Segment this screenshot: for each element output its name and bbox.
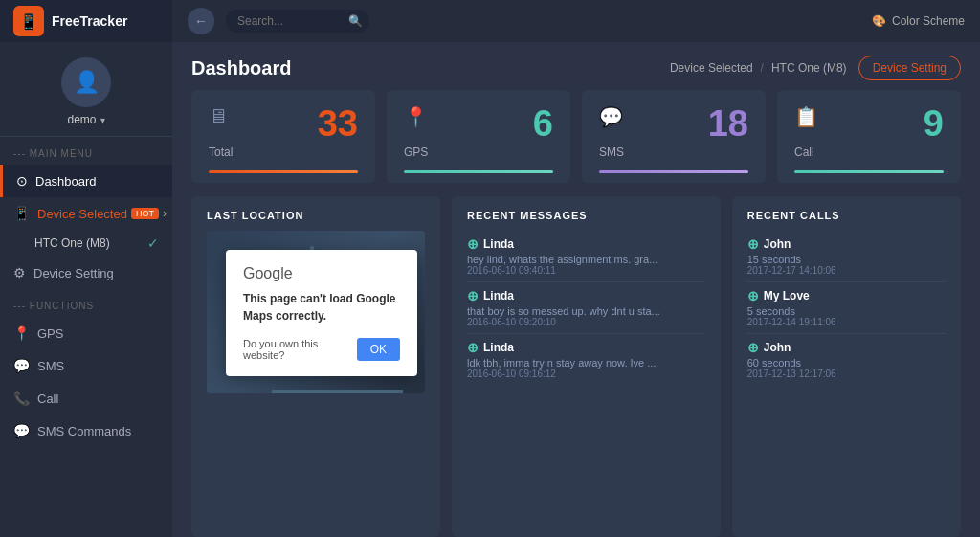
sidebar-item-gps[interactable]: 📍 GPS: [0, 317, 172, 349]
palette-icon: 🎨: [872, 14, 886, 28]
total-label: Total: [209, 145, 358, 159]
msg-text: hey lind, whats the assignment ms. gra..…: [467, 254, 705, 265]
sms-bar: [599, 170, 748, 173]
sidebar-item-sms-commands[interactable]: 💬 SMS Commands: [0, 414, 172, 447]
stat-card-sms: 💬 18 SMS: [582, 90, 766, 183]
call-value: 9: [924, 105, 944, 142]
msg-text: that boy is so messed up. why dnt u sta.…: [467, 305, 705, 317]
color-scheme-button[interactable]: 🎨 Color Scheme: [872, 14, 965, 28]
list-item: ⊕ John 15 seconds 2017-12-17 14:10:06: [747, 231, 946, 282]
logo-area: 📱 FreeTracker: [0, 0, 172, 42]
sidebar: 📱 FreeTracker 👤 demo ▾ --- MAIN MENU ⊙ D…: [0, 0, 172, 537]
msg-time: 2016-06-10 09:20:10: [467, 317, 705, 327]
sidebar-item-label: SMS Commands: [37, 424, 131, 438]
sms-label: SMS: [599, 145, 748, 159]
list-item: ⊕ Linda that boy is so messed up. why dn…: [467, 282, 705, 334]
dropdown-arrow-icon: ▾: [100, 115, 105, 125]
sidebar-item-dashboard[interactable]: ⊙ Dashboard: [0, 165, 172, 197]
breadcrumb: Device Selected / HTC One (M8): [670, 61, 847, 75]
sidebar-item-label: GPS: [37, 326, 63, 341]
plus-icon: ⊕: [747, 236, 759, 252]
page-title: Dashboard: [191, 57, 291, 79]
user-name: demo ▾: [67, 113, 104, 126]
last-location-panel: LAST LOCATION Google This page can't loa…: [191, 196, 440, 537]
gps-icon: 📍: [13, 325, 30, 341]
avatar: 👤: [61, 57, 111, 107]
msg-time: 2016-06-10 09:40:11: [467, 265, 705, 276]
device-icon: 📱: [13, 206, 30, 221]
device-setting-button[interactable]: Device Setting: [858, 56, 961, 80]
nav-left: ← 🔍: [188, 8, 369, 34]
sidebar-item-device-selected[interactable]: 📱 Device Selected HOT ›: [0, 197, 172, 230]
recent-messages-panel: RECENT MESSAGES ⊕ Linda hey lind, whats …: [452, 196, 721, 537]
msg-time: 2016-06-10 09:16:12: [467, 369, 705, 379]
chevron-right-icon: ›: [163, 207, 167, 220]
gps-bar: [404, 170, 553, 173]
hot-badge: HOT: [131, 208, 159, 219]
sidebar-item-sms[interactable]: 💬 SMS: [0, 349, 172, 382]
list-item: ⊕ My Love 5 seconds 2017-12-14 19:11:06: [747, 282, 946, 334]
list-item: ⊕ John 60 seconds 2017-12-13 12:17:06: [747, 334, 946, 385]
dashboard-icon: ⊙: [16, 173, 28, 189]
recent-calls-panel: RECENT CALLS ⊕ John 15 seconds 2017-12-1…: [732, 196, 961, 537]
breadcrumb-device-name: HTC One (M8): [771, 61, 847, 75]
maps-ok-button[interactable]: OK: [357, 338, 400, 361]
sms-cmd-icon: 💬: [13, 423, 30, 438]
back-button[interactable]: ←: [188, 8, 214, 34]
call-time: 2017-12-14 19:11:06: [747, 317, 946, 327]
call-duration: 60 seconds: [747, 357, 946, 369]
sidebar-item-device-setting[interactable]: ⚙ Device Setting: [0, 257, 172, 289]
call-time: 2017-12-17 14:10:06: [747, 265, 946, 276]
check-icon: ✓: [147, 235, 159, 251]
sidebar-item-label: Device Selected: [37, 207, 127, 221]
msg-sender: ⊕ Linda: [467, 288, 705, 303]
maps-dialog-footer: Do you own this website? OK: [243, 338, 400, 361]
sms-value: 18: [708, 105, 748, 142]
gear-icon: ⚙: [13, 265, 26, 280]
device-name-item[interactable]: HTC One (M8) ✓: [0, 230, 172, 257]
search-input[interactable]: [237, 14, 343, 28]
color-scheme-label: Color Scheme: [892, 14, 965, 28]
plus-icon: ⊕: [747, 340, 759, 355]
total-icon: 🖥: [209, 105, 228, 127]
call-stat-icon: 📋: [794, 105, 818, 128]
user-area: 👤 demo ▾: [0, 42, 172, 137]
sidebar-item-label: SMS: [37, 359, 64, 373]
call-name: ⊕ John: [747, 236, 946, 252]
panels-row: LAST LOCATION Google This page can't loa…: [172, 196, 980, 537]
gps-value: 6: [533, 105, 553, 142]
device-name-label: HTC One (M8): [34, 236, 110, 250]
search-icon: 🔍: [348, 14, 363, 28]
msg-sender: ⊕ Linda: [467, 340, 705, 355]
messages-list: ⊕ Linda hey lind, whats the assignment m…: [467, 231, 705, 385]
sidebar-item-label: Call: [37, 392, 58, 406]
topnav: ← 🔍 🎨 Color Scheme: [172, 0, 980, 42]
sms-icon: 💬: [13, 358, 30, 373]
list-item: ⊕ Linda hey lind, whats the assignment m…: [467, 231, 705, 282]
plus-icon: ⊕: [467, 236, 479, 252]
list-item: ⊕ Linda ldk tbh, imma try n stay away no…: [467, 334, 705, 385]
maps-error-message: This page can't load Google Maps correct…: [243, 290, 400, 324]
map-area: Google This page can't load Google Maps …: [207, 231, 425, 393]
last-location-title: LAST LOCATION: [207, 210, 425, 221]
total-bar: [209, 170, 358, 173]
maps-dialog-question: Do you own this website?: [243, 338, 357, 361]
call-name: ⊕ John: [747, 340, 946, 355]
call-icon: 📞: [13, 391, 30, 406]
recent-messages-title: RECENT MESSAGES: [467, 210, 705, 221]
google-maps-dialog: Google This page can't load Google Maps …: [226, 250, 417, 376]
sidebar-item-label: Dashboard: [35, 174, 97, 189]
main-content: ← 🔍 🎨 Color Scheme Dashboard Device Sele…: [172, 0, 980, 537]
stat-card-call: 📋 9 Call: [777, 90, 961, 183]
map-road-2: [272, 390, 403, 393]
total-value: 33: [318, 105, 358, 142]
sidebar-item-call[interactable]: 📞 Call: [0, 382, 172, 414]
gps-stat-icon: 📍: [404, 105, 428, 128]
call-bar: [794, 170, 944, 173]
call-name: ⊕ My Love: [747, 288, 946, 303]
plus-icon: ⊕: [467, 288, 479, 303]
sms-stat-icon: 💬: [599, 105, 623, 128]
stats-row: 🖥 33 Total 📍 6 GPS 💬 18 SMS 📋: [172, 90, 980, 196]
recent-calls-title: RECENT CALLS: [747, 210, 946, 221]
breadcrumb-device-selected: Device Selected: [670, 61, 753, 75]
